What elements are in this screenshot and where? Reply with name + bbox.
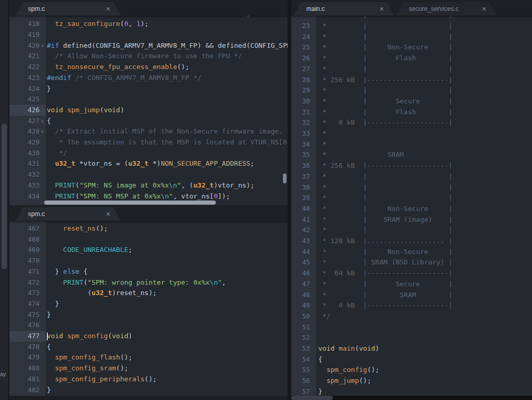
- code-line: 419: [9, 30, 288, 41]
- code-text: * | |: [318, 171, 452, 182]
- code-text: (u32_t)reset_ns);: [47, 288, 157, 299]
- line-number: 49: [291, 300, 316, 311]
- code-line: 25 * | Non-Secure |: [291, 42, 532, 53]
- close-icon[interactable]: ×: [106, 4, 110, 14]
- code-line: 467 reset_ns();: [9, 223, 288, 234]
- line-number: 51: [291, 322, 316, 333]
- code-line: 482}: [9, 385, 288, 396]
- pane-divider[interactable]: [288, 0, 291, 400]
- code-text: * | Non-Secure |: [318, 247, 452, 258]
- code-editor-bottom-left[interactable]: 467 reset_ns();468469 CODE_UNREACHABLE;4…: [9, 220, 288, 400]
- line-number: 47: [291, 279, 316, 290]
- code-text: {: [318, 354, 322, 365]
- fold-chevron-icon[interactable]: ∨: [40, 126, 45, 137]
- code-text: #endif /* CONFIG_ARMV7_M_ARMV8_M_FP */: [47, 73, 201, 84]
- horizontal-scrollbar-thumb[interactable]: [291, 396, 333, 400]
- line-number: 40: [291, 204, 316, 215]
- left-dock-scrollbar-thumb[interactable]: [2, 124, 7, 269]
- code-text: * | Secure |: [318, 279, 452, 290]
- code-line: 427∨{: [9, 116, 288, 127]
- code-text: PRINT("SPM: wrong pointer type: 0x%x\n",: [47, 277, 226, 288]
- line-number: 473: [9, 288, 46, 299]
- code-text: * 64 kB |--------------------|: [318, 268, 452, 279]
- code-line: 26 * | Flash |: [291, 53, 532, 64]
- code-line: 32 * 0 kB |--------------------|: [291, 117, 532, 128]
- vertical-scrollbar-thumb[interactable]: [283, 174, 287, 183]
- fold-chevron-icon[interactable]: ∨: [40, 116, 45, 127]
- line-number: 43: [291, 236, 316, 247]
- code-text: * 256 kB |--------------------|: [318, 161, 452, 171]
- code-text: * | |: [318, 21, 452, 32]
- horizontal-scrollbar-trough[interactable]: [291, 396, 532, 400]
- code-text: {: [47, 116, 51, 127]
- line-number: 433: [9, 180, 46, 191]
- code-text: }: [47, 385, 51, 396]
- code-line: 477void spm_config(void): [9, 331, 288, 342]
- code-text: * 256 kB |--------------------|: [318, 75, 452, 86]
- left-dock-clipped-label: ay: [0, 371, 6, 377]
- horizontal-scrollbar-thumb[interactable]: [44, 201, 216, 205]
- line-number: 419: [9, 30, 46, 41]
- line-number: 481: [9, 374, 46, 385]
- code-text: {: [47, 342, 51, 353]
- code-line: 471 } else {: [9, 266, 288, 277]
- code-line: 422 tz_nonsecure_fpu_access_enable();: [9, 62, 288, 73]
- line-number: 35: [291, 150, 316, 161]
- code-line: 40 * | Non-Secure |: [291, 204, 532, 215]
- code-text: * | SRAM (image) |: [318, 215, 452, 225]
- code-line: 431 u32_t *vtor_ns = (u32_t *)NON_SECURE…: [9, 158, 288, 169]
- code-text: * SRAM: [318, 150, 404, 161]
- code-line: 23 * | |: [291, 21, 532, 32]
- code-text: PRINT("SPM: NS image at 0x%x\n", (u32_t)…: [47, 180, 254, 191]
- code-line: 420∨#if defined(CONFIG_ARMV7_M_ARMV8_M_F…: [9, 41, 288, 51]
- code-text: tz_nonsecure_fpu_access_enable();: [47, 62, 189, 73]
- tab-secure-services-c[interactable]: secure_services.c ×: [396, 2, 497, 16]
- tab-spm-c[interactable]: spm.c ×: [16, 2, 121, 16]
- tab-spm-c-2[interactable]: spm.c ×: [16, 207, 121, 221]
- line-number: 480: [9, 363, 46, 374]
- code-editor-top-left[interactable]: " " );418 tz_sau_configure(0, 1);419420∨…: [9, 16, 288, 205]
- line-number: 29: [291, 85, 316, 96]
- line-number: 56: [291, 376, 316, 386]
- line-number: 45: [291, 257, 316, 268]
- code-line: 42 * | |: [291, 225, 532, 236]
- code-text: reset_ns();: [47, 223, 108, 234]
- tab-label: secure_services.c: [409, 5, 459, 12]
- code-editor-right[interactable]: * | |23 * | |24 * | |25 * | Non-Secure |…: [291, 16, 532, 400]
- code-line: 45 * | SRAM (BSD Library) |: [291, 257, 532, 268]
- code-line: 38 * | |: [291, 182, 532, 193]
- line-number: 427∨: [9, 116, 46, 127]
- line-number: 44: [291, 247, 316, 258]
- code-text: void main(void): [318, 343, 379, 354]
- code-line: 46 * 64 kB |--------------------|: [291, 268, 532, 279]
- code-text: spm_jump();: [318, 376, 371, 386]
- code-line: 28 * 256 kB |--------------------|: [291, 75, 532, 86]
- code-line: 27 * | |: [291, 64, 532, 75]
- close-icon[interactable]: ×: [482, 4, 486, 14]
- line-number: 37: [291, 171, 316, 182]
- close-icon[interactable]: ×: [106, 209, 110, 219]
- line-number: 476: [9, 320, 46, 331]
- line-number: 48: [291, 290, 316, 301]
- tab-label: spm.c: [28, 210, 45, 218]
- code-line: 49 * 0 kB |--------------------|: [291, 300, 532, 311]
- tab-bar-right: main.c × secure_services.c ×: [291, 0, 532, 16]
- tab-label: spm.c: [28, 5, 45, 12]
- code-line: 39 * | |: [291, 193, 532, 204]
- code-text: */: [47, 148, 67, 159]
- horizontal-scrollbar-trough[interactable]: [9, 396, 288, 400]
- code-text: * 0 kB |--------------------|: [318, 117, 452, 128]
- line-number: 27: [291, 64, 316, 75]
- line-number: 432: [9, 169, 46, 180]
- fold-chevron-icon[interactable]: ∨: [40, 41, 45, 51]
- code-text: void spm_jump(void): [47, 105, 124, 116]
- code-line: 41 * | SRAM (image) |: [291, 215, 532, 225]
- editor-pane-right: main.c × secure_services.c × * | |23 * |…: [291, 0, 532, 400]
- code-text: * The assumption is that the MSP is loca…: [47, 137, 288, 148]
- line-number: 24: [291, 32, 316, 43]
- close-icon[interactable]: ×: [380, 4, 384, 14]
- tab-main-c[interactable]: main.c ×: [294, 2, 394, 16]
- line-number: 425: [9, 94, 46, 105]
- line-number: 431: [9, 158, 46, 169]
- line-number: 423: [9, 73, 46, 84]
